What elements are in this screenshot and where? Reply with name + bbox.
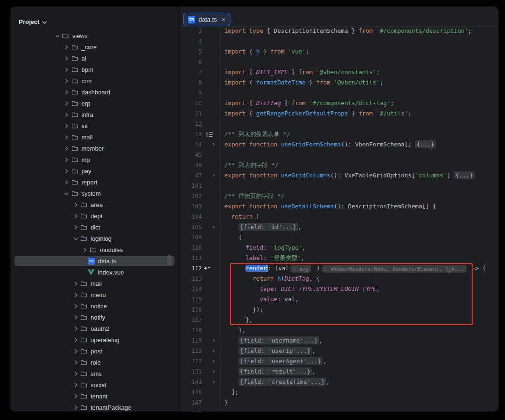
folded-code-pill[interactable]: {...} [415, 140, 436, 148]
fold-region-icon[interactable]: › [212, 346, 215, 356]
fold-region-icon[interactable]: › [212, 222, 215, 232]
chevron-expanded-icon[interactable] [53, 32, 61, 39]
tree-item-datats[interactable]: TSdata.ts [10, 255, 179, 267]
chevron-collapsed-icon[interactable] [62, 88, 71, 96]
code-line-11[interactable]: 11import { getRangePickerDefaultProps } … [180, 108, 498, 119]
code-line-117[interactable]: 117 }, [180, 315, 498, 325]
code-line-123[interactable]: 123› {field: 'userIp'...}, [180, 346, 498, 356]
code-line-4[interactable]: 4 [180, 36, 498, 46]
tree-item-tenantPackage[interactable]: tenantPackage [10, 402, 179, 412]
code-line-47[interactable]: 47›export function useGridColumns(): Vxe… [180, 170, 498, 181]
chevron-collapsed-icon[interactable] [62, 167, 71, 175]
tree-item-operatelog[interactable]: operatelog [10, 334, 179, 345]
tree-item-role[interactable]: role [10, 357, 179, 368]
code-line-112[interactable]: 112✦✦ render: (val: any ): VNode<Rendere… [180, 263, 498, 274]
code-line-6[interactable]: 6 [180, 57, 498, 67]
ai-assistant-sparkle-icon[interactable]: ✦✦ [203, 263, 208, 274]
code-line-3[interactable]: 3import type { DescriptionItemSchema } f… [180, 28, 498, 36]
chevron-collapsed-icon[interactable] [71, 404, 80, 411]
code-line-131[interactable]: 131› {field: 'result'...}, [180, 367, 498, 377]
chevron-collapsed-icon[interactable] [71, 370, 80, 377]
code-line-113[interactable]: 113 return h(DictTag, { [180, 274, 498, 284]
tree-item-indexvue[interactable]: index.vue [10, 267, 179, 278]
chevron-collapsed-icon[interactable] [62, 43, 71, 51]
code-line-146[interactable]: 146 ]; [180, 387, 498, 397]
fold-region-icon[interactable]: › [212, 377, 215, 387]
code-line-45[interactable]: 45 [180, 150, 498, 160]
chevron-collapsed-icon[interactable] [62, 156, 71, 163]
chevron-collapsed-icon[interactable] [71, 392, 80, 400]
tree-item-mp[interactable]: mp [10, 154, 179, 165]
code-line-5[interactable]: 5import { h } from 'vue'; [180, 46, 498, 57]
code-line-8[interactable]: 8import { formatDateTime } from '@vben/u… [180, 77, 498, 88]
code-line-46[interactable]: 46/** 列表的字段 */ [180, 160, 498, 170]
chevron-collapsed-icon[interactable] [71, 313, 80, 321]
code-area[interactable]: 3import type { DescriptionItemSchema } f… [180, 28, 498, 412]
fold-region-icon[interactable]: › [212, 356, 215, 367]
code-line-10[interactable]: 10import { DictTag } from '#/components/… [180, 98, 498, 108]
tree-item-modules[interactable]: modules [10, 244, 179, 255]
tree-item-tenant[interactable]: tenant [10, 390, 179, 402]
tree-item-dashboard[interactable]: dashboard [10, 86, 179, 98]
tree-item-menu[interactable]: menu [10, 289, 179, 300]
chevron-collapsed-icon[interactable] [62, 99, 71, 107]
tree-item-post[interactable]: post [10, 345, 179, 357]
fold-region-icon[interactable]: › [212, 139, 215, 150]
folded-code-pill[interactable]: {field: 'createTime'...} [238, 378, 326, 386]
tab-data-ts[interactable]: TS data.ts ✕ [183, 13, 230, 26]
code-line-12[interactable]: 12 [180, 119, 498, 129]
code-line-110[interactable]: 110 field: 'logType', [180, 243, 498, 253]
sidebar-scrollbar-thumb[interactable] [167, 255, 172, 265]
fold-region-icon[interactable]: › [212, 336, 215, 346]
code-line-103[interactable]: 103export function useDetailSchema(): De… [180, 201, 498, 212]
tree-item-_core[interactable]: _core [10, 41, 179, 53]
chevron-collapsed-icon[interactable] [71, 381, 80, 389]
tree-item-system[interactable]: system [10, 188, 179, 199]
folded-code-pill[interactable]: {field: 'userIp'...} [238, 347, 312, 355]
tree-item-report[interactable]: report [10, 176, 179, 188]
code-line-101[interactable]: 101 [180, 181, 498, 191]
chevron-collapsed-icon[interactable] [62, 178, 71, 186]
code-line-116[interactable]: 116 }); [180, 305, 498, 315]
tree-item-erp[interactable]: erp [10, 98, 179, 109]
code-line-141[interactable]: 141› {field: 'createTime'...}, [180, 377, 498, 387]
tree-item-views[interactable]: views [10, 30, 179, 41]
code-line-148[interactable]: 148 [180, 408, 498, 412]
chevron-collapsed-icon[interactable] [81, 246, 89, 253]
chevron-collapsed-icon[interactable] [62, 66, 71, 73]
code-line-14[interactable]: 14›export function useGridFormSchema(): … [180, 139, 498, 150]
chevron-collapsed-icon[interactable] [71, 325, 80, 332]
chevron-expanded-icon[interactable] [62, 190, 71, 197]
code-line-114[interactable]: 114 type: DICT_TYPE.SYSTEM_LOGIN_TYPE, [180, 284, 498, 294]
code-line-127[interactable]: 127› {field: 'userAgent'...}, [180, 356, 498, 367]
chevron-collapsed-icon[interactable] [62, 133, 71, 141]
chevron-collapsed-icon[interactable] [71, 302, 80, 310]
tree-item-area[interactable]: area [10, 199, 179, 210]
tree-item-member[interactable]: member [10, 143, 179, 154]
chevron-collapsed-icon[interactable] [62, 111, 71, 118]
folded-code-pill[interactable]: {field: 'userAgent'...} [238, 357, 322, 365]
tree-item-pay[interactable]: pay [10, 165, 179, 176]
chevron-collapsed-icon[interactable] [71, 280, 80, 287]
code-line-13[interactable]: 13/** 列表的搜索表单 */ [180, 129, 498, 139]
chevron-collapsed-icon[interactable] [71, 291, 80, 298]
tree-item-notify[interactable]: notify [10, 312, 179, 323]
render-doc-comment-icon[interactable] [207, 132, 213, 137]
tree-item-crm[interactable]: crm [10, 75, 179, 86]
folded-code-pill[interactable]: {field: 'username'...} [238, 336, 319, 344]
code-line-119[interactable]: 119› {field: 'username'...}, [180, 336, 498, 346]
code-line-115[interactable]: 115 value: val, [180, 294, 498, 305]
chevron-collapsed-icon[interactable] [71, 359, 80, 366]
fold-region-icon[interactable]: › [212, 367, 215, 377]
tree-item-mall[interactable]: mall [10, 131, 179, 143]
tree-item-oauth2[interactable]: oauth2 [10, 323, 179, 334]
fold-region-icon[interactable]: › [212, 170, 215, 181]
close-tab-icon[interactable]: ✕ [221, 17, 226, 23]
code-line-111[interactable]: 111 label: '登录类型', [180, 253, 498, 263]
tree-item-dict[interactable]: dict [10, 221, 179, 233]
tree-item-ai[interactable]: ai [10, 53, 179, 64]
code-line-147[interactable]: 147} [180, 397, 498, 408]
tree-item-bpm[interactable]: bpm [10, 64, 179, 75]
code-line-9[interactable]: 9 [180, 88, 498, 98]
chevron-collapsed-icon[interactable] [62, 54, 71, 62]
